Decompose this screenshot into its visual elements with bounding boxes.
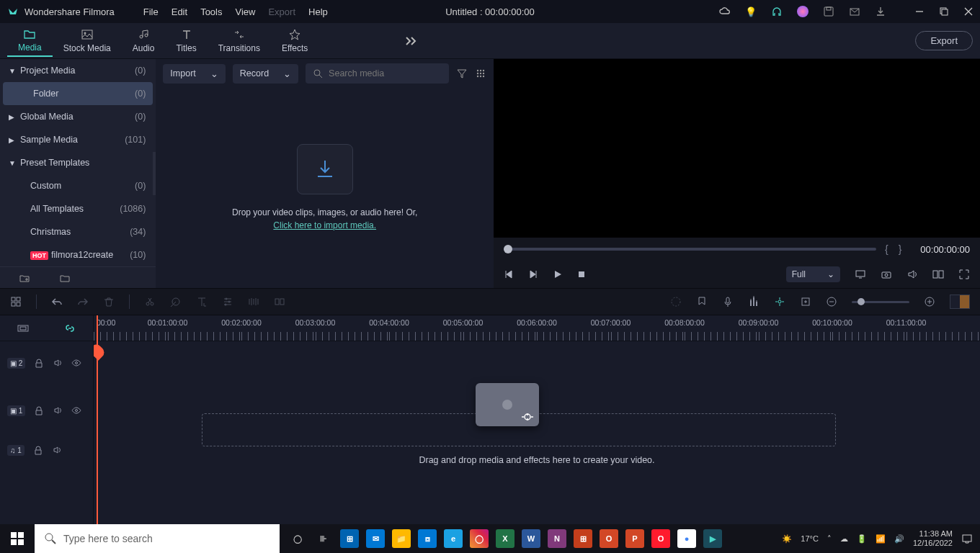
marker-icon[interactable] (696, 296, 708, 307)
close-icon[interactable] (964, 7, 973, 16)
taskbar-app[interactable]: W (522, 529, 540, 548)
menu-view[interactable]: View (235, 6, 255, 17)
onedrive-icon[interactable]: ☁ (840, 534, 848, 544)
import-link[interactable]: Click here to import media. (273, 220, 376, 230)
search-input[interactable] (329, 68, 442, 78)
auto-ripple-icon[interactable] (774, 296, 785, 307)
tree-row-sample-media[interactable]: ▶Sample Media(101) (0, 128, 156, 151)
export-button[interactable]: Export (915, 31, 973, 50)
more-tabs-icon[interactable] (405, 36, 418, 46)
in-out-braces[interactable]: {} (885, 243, 912, 255)
taskbar-app[interactable]: ⊞ (340, 529, 359, 548)
scrubber-thumb[interactable] (504, 245, 512, 253)
minimize-icon[interactable] (915, 7, 924, 16)
tab-transitions[interactable]: Transitions (208, 25, 271, 56)
undo-icon[interactable] (51, 296, 63, 307)
audio-mixer-icon[interactable] (748, 296, 760, 307)
tree-row-preset-templates[interactable]: ▼Preset Templates (0, 151, 156, 174)
eye-icon[interactable] (71, 358, 81, 368)
play-icon[interactable] (553, 269, 563, 279)
tab-media[interactable]: Media (7, 24, 53, 57)
fullscreen-icon[interactable] (958, 269, 970, 280)
battery-icon[interactable]: 🔋 (857, 534, 867, 544)
split-icon[interactable] (144, 296, 156, 307)
audio-icon[interactable] (53, 405, 63, 415)
tree-row-all-templates[interactable]: All Templates(1086) (0, 197, 156, 220)
preview-canvas[interactable] (494, 59, 980, 238)
adjust-icon[interactable] (222, 296, 233, 307)
import-drop-box[interactable] (297, 144, 353, 194)
mark-in-icon[interactable] (800, 296, 811, 307)
compare-icon[interactable] (932, 269, 944, 280)
timeline-ruler[interactable]: 00:0000:01:00:0000:02:00:0000:03:00:0000… (94, 315, 980, 341)
taskbar-app[interactable]: ⧈ (418, 529, 437, 548)
download-icon[interactable] (875, 6, 886, 17)
headphones-icon[interactable] (771, 6, 783, 17)
speed-icon[interactable] (248, 296, 259, 307)
tips-icon[interactable]: 💡 (745, 6, 757, 17)
tree-row-global-media[interactable]: ▶Global Media(0) (0, 105, 156, 128)
volume-icon[interactable] (906, 269, 918, 280)
tab-stock-media[interactable]: Stock Media (53, 25, 122, 56)
track-head-2[interactable]: ♫ 1 (0, 436, 93, 464)
weather-icon[interactable]: ☀️ (782, 534, 792, 544)
new-folder-icon[interactable] (19, 272, 30, 284)
render-icon[interactable] (670, 296, 682, 307)
maximize-icon[interactable] (940, 7, 948, 16)
playhead[interactable] (97, 315, 98, 524)
taskbar-app[interactable]: P (625, 529, 644, 548)
display-icon[interactable] (855, 269, 866, 280)
media-drop-zone[interactable]: Drop your video clips, images, or audio … (156, 88, 494, 288)
delete-icon[interactable] (103, 296, 115, 307)
lock-icon[interactable] (34, 358, 44, 368)
windows-search[interactable]: Type here to search (35, 524, 280, 553)
taskbar-app[interactable]: ● (677, 529, 696, 548)
taskbar-app[interactable]: ▶ (703, 529, 722, 548)
timeline-view-mode[interactable] (950, 295, 970, 309)
zoom-thumb[interactable] (858, 298, 865, 305)
crop-icon[interactable] (170, 296, 182, 307)
tab-effects[interactable]: Effects (271, 25, 318, 56)
tray-chevron-icon[interactable]: ˄ (827, 534, 832, 544)
filter-icon[interactable] (456, 68, 468, 79)
next-frame-icon[interactable] (528, 269, 538, 279)
record-dropdown[interactable]: Record⌄ (233, 64, 298, 84)
taskbar-app[interactable]: O (651, 529, 670, 548)
prev-frame-icon[interactable] (504, 269, 514, 279)
zoom-in-icon[interactable] (924, 296, 935, 307)
menu-help[interactable]: Help (308, 6, 328, 17)
cloud-icon[interactable] (719, 6, 731, 17)
fit-timeline-icon[interactable] (17, 323, 29, 334)
track-badge[interactable]: ▣ 1 (7, 405, 25, 416)
temperature[interactable]: 17°C (801, 534, 819, 543)
track-head-0[interactable]: ▣ 2 (0, 341, 93, 385)
lock-icon[interactable] (33, 445, 43, 455)
tree-row-christmas[interactable]: Christmas(34) (0, 220, 156, 243)
tab-audio[interactable]: Audio (122, 25, 166, 56)
avatar-icon[interactable] (797, 6, 808, 17)
menu-tools[interactable]: Tools (200, 6, 222, 17)
menu-edit[interactable]: Edit (172, 6, 187, 17)
search-media-field[interactable] (306, 63, 449, 84)
preview-quality-dropdown[interactable]: Full⌄ (786, 266, 840, 282)
track-badge[interactable]: ♫ 1 (7, 445, 24, 456)
save-icon[interactable] (823, 6, 834, 17)
taskbar-app[interactable]: N (548, 529, 566, 548)
taskbar-app[interactable]: ⊞ (574, 529, 592, 548)
eye-icon[interactable] (71, 405, 81, 415)
taskbar-app[interactable]: O (600, 529, 618, 548)
tree-row-filmora12create[interactable]: HOTfilmora12create(10) (0, 243, 156, 266)
tree-row-folder[interactable]: Folder(0) (3, 82, 153, 105)
tab-titles[interactable]: Titles (165, 25, 207, 56)
taskbar-app[interactable]: ✉ (366, 529, 385, 548)
audio-icon[interactable] (52, 445, 62, 455)
import-dropdown[interactable]: Import⌄ (163, 64, 225, 84)
track-head-1[interactable]: ▣ 1 (0, 389, 93, 432)
wifi-icon[interactable]: 📶 (876, 534, 886, 544)
stop-icon[interactable] (577, 270, 586, 279)
tree-row-custom[interactable]: Custom(0) (0, 174, 156, 197)
zoom-slider[interactable] (852, 301, 909, 303)
open-folder-icon[interactable] (59, 272, 71, 284)
taskbar-app[interactable]: ◯ (470, 529, 489, 548)
zoom-out-icon[interactable] (826, 296, 837, 307)
